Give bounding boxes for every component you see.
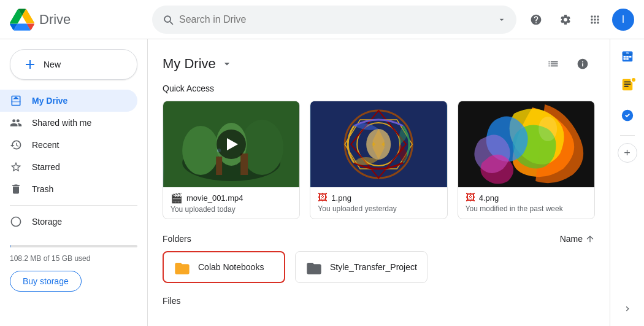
- drive-title-area: My Drive: [163, 56, 233, 72]
- notes-badge: [631, 77, 637, 83]
- tasks-app-button[interactable]: [615, 103, 640, 128]
- file-info-png1: 🖼 1.png You uploaded yesterday: [310, 187, 447, 218]
- sidebar-item-trash[interactable]: Trash: [0, 178, 137, 200]
- help-button[interactable]: [524, 7, 548, 32]
- folders-grid: Colab Notebooks Style_Transfer_Project: [163, 251, 595, 283]
- sort-button[interactable]: Name: [560, 234, 595, 244]
- apps-button[interactable]: [583, 7, 607, 32]
- folder-name-colab: Colab Notebooks: [198, 262, 264, 272]
- drive-header: My Drive: [163, 39, 595, 83]
- add-app-button[interactable]: +: [618, 143, 637, 163]
- svg-rect-25: [624, 81, 631, 82]
- storage-bar-fill: [10, 245, 10, 247]
- drive-title: My Drive: [163, 56, 216, 72]
- sidebar-item-recent[interactable]: Recent: [0, 134, 137, 156]
- expand-panel-button[interactable]: [615, 297, 640, 321]
- storage-icon: [10, 215, 22, 228]
- logo-area: Drive: [10, 7, 145, 32]
- shared-icon: [10, 117, 22, 129]
- svg-text:31: 31: [626, 52, 628, 55]
- star-icon: [10, 161, 22, 173]
- video-file-icon: 🎬: [171, 192, 183, 204]
- svg-rect-19: [626, 56, 629, 58]
- file-name-row-png4: 🖼 4.png: [466, 192, 587, 203]
- quick-access-section: Quick Access: [163, 83, 595, 219]
- recent-icon: [10, 139, 22, 151]
- folder-card-style-transfer[interactable]: Style_Transfer_Project: [295, 251, 427, 283]
- main-layout: New My Drive Shared with me Recent: [0, 39, 644, 326]
- file-name-row-png1: 🖼 1.png: [318, 192, 439, 203]
- svg-rect-20: [629, 56, 631, 58]
- file-card-png4[interactable]: 🖼 4.png You modified in the past week: [458, 101, 595, 219]
- svg-rect-21: [623, 58, 626, 60]
- storage-text: 108.2 MB of 15 GB used: [10, 254, 90, 263]
- png1-file-icon: 🖼: [318, 192, 328, 203]
- storage-bar-bg: [10, 245, 137, 247]
- svg-rect-26: [624, 83, 631, 85]
- sidebar-item-starred[interactable]: Starred: [0, 156, 137, 178]
- panel-expand-area: [615, 297, 640, 321]
- png4-file-icon: 🖼: [466, 192, 475, 203]
- quick-access-title: Quick Access: [163, 83, 595, 93]
- sidebar-item-label-recent: Recent: [32, 140, 59, 150]
- search-dropdown-icon[interactable]: [497, 15, 507, 25]
- sidebar: New My Drive Shared with me Recent: [0, 39, 147, 326]
- sidebar-item-storage[interactable]: Storage: [0, 211, 137, 233]
- drive-header-actions: [541, 52, 595, 76]
- content-area: My Drive Quick Access: [147, 39, 610, 326]
- sidebar-item-label-my-drive: My Drive: [32, 96, 67, 106]
- folders-title: Folders: [163, 234, 191, 244]
- buy-storage-button[interactable]: Buy storage: [10, 271, 82, 292]
- play-overlay: [217, 130, 246, 159]
- app-title: Drive: [39, 12, 71, 28]
- file-name-png4: 4.png: [479, 193, 499, 203]
- settings-button[interactable]: [553, 7, 578, 32]
- file-desc-video: You uploaded today: [171, 205, 292, 214]
- sidebar-divider: [10, 205, 137, 206]
- sidebar-item-label-trash: Trash: [32, 184, 53, 194]
- info-button[interactable]: [570, 52, 595, 76]
- calendar-icon: 31: [621, 50, 634, 63]
- notes-app-button[interactable]: [615, 74, 640, 98]
- file-thumbnail-png4: [458, 101, 594, 187]
- new-button[interactable]: New: [10, 49, 137, 80]
- file-card-video[interactable]: 🎬 movie_001.mp4 You uploaded today: [163, 101, 300, 219]
- storage-section: 108.2 MB of 15 GB used Buy storage: [0, 235, 147, 297]
- folders-section: Folders Name Colab Notebooks: [163, 234, 595, 283]
- svg-rect-18: [623, 56, 626, 58]
- search-bar[interactable]: [152, 6, 516, 34]
- sort-label: Name: [560, 234, 583, 244]
- my-drive-icon: [10, 95, 22, 107]
- folder-card-colab[interactable]: Colab Notebooks: [163, 251, 285, 283]
- drive-logo-icon: [10, 7, 34, 32]
- sidebar-item-shared[interactable]: Shared with me: [0, 112, 137, 134]
- new-button-label: New: [44, 60, 61, 69]
- file-name-row-video: 🎬 movie_001.mp4: [171, 192, 292, 204]
- search-input[interactable]: [179, 14, 492, 25]
- calendar-app-button[interactable]: 31: [615, 44, 640, 69]
- right-panel: 31 +: [610, 39, 644, 326]
- trash-icon: [10, 183, 22, 195]
- svg-point-14: [539, 117, 557, 141]
- user-avatar[interactable]: I: [612, 9, 634, 31]
- list-view-button[interactable]: [541, 52, 565, 76]
- folder-icon-style-transfer: [305, 260, 323, 274]
- tasks-icon: [621, 109, 634, 122]
- file-name-png1: 1.png: [331, 193, 351, 203]
- file-card-png1[interactable]: 🖼 1.png You uploaded yesterday: [310, 101, 447, 219]
- play-triangle: [227, 138, 238, 150]
- add-icon: +: [624, 147, 631, 160]
- drive-dropdown-icon[interactable]: [221, 58, 233, 70]
- folders-header: Folders Name: [163, 234, 595, 244]
- svg-rect-6: [240, 153, 248, 175]
- right-panel-divider: [620, 135, 635, 136]
- folder-icon-colab: [174, 260, 191, 274]
- file-name-video: movie_001.mp4: [186, 193, 243, 203]
- file-info-video: 🎬 movie_001.mp4 You uploaded today: [163, 187, 299, 219]
- files-title: Files: [163, 296, 181, 306]
- sidebar-item-my-drive[interactable]: My Drive: [0, 90, 137, 112]
- svg-rect-5: [216, 157, 222, 175]
- chevron-right-icon: [623, 304, 632, 314]
- sort-up-icon: [585, 234, 595, 244]
- svg-rect-22: [626, 58, 629, 60]
